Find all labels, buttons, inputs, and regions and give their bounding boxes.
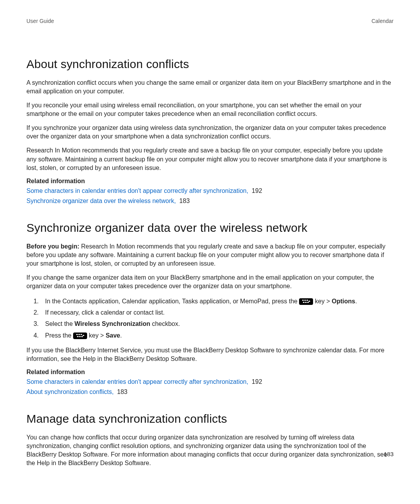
sync-step-3a: Select the: [45, 320, 75, 327]
about-p2: If you reconcile your email using wirele…: [26, 101, 394, 118]
sync-step-4c: Save: [106, 332, 120, 339]
sync-related-page-2: 183: [116, 388, 128, 395]
svg-point-5: [307, 302, 309, 303]
svg-point-6: [309, 301, 310, 302]
sync-related-link-1[interactable]: Some characters in calendar entries don'…: [26, 378, 248, 385]
svg-point-4: [306, 299, 308, 301]
sync-after: If you use the BlackBerry Internet Servi…: [26, 346, 394, 363]
about-p1: A synchronization conflict occurs when y…: [26, 79, 394, 96]
sync-step-4a: Press the: [45, 332, 73, 339]
about-p3: If you synchronize your organizer data u…: [26, 124, 394, 141]
sync-related-heading: Related information: [26, 369, 394, 376]
sync-related-page-1: 192: [250, 378, 262, 385]
sync-steps: In the Contacts application, Calendar ap…: [26, 296, 394, 341]
section-title-manage: Manage data synchronization conflicts: [26, 412, 394, 425]
svg-point-0: [302, 299, 304, 301]
svg-point-2: [303, 302, 304, 303]
sync-p2: If you change the same organizer data it…: [26, 273, 394, 290]
sync-step-4: Press the key > Save.: [40, 330, 394, 341]
about-related-2: Synchronize organizer data over the wire…: [26, 196, 394, 206]
sync-before: Before you begin: Research In Motion rec…: [26, 242, 394, 268]
about-related-link-1[interactable]: Some characters in calendar entries don'…: [26, 187, 248, 194]
sync-step-3c: checkbox.: [150, 320, 180, 327]
sync-step-1a: In the Contacts application, Calendar ap…: [45, 298, 299, 304]
about-related-heading: Related information: [26, 178, 394, 185]
svg-point-13: [82, 335, 84, 336]
svg-point-12: [81, 336, 83, 337]
blackberry-key-icon: [73, 332, 87, 339]
sync-related-2: About synchronization conflicts, 183: [26, 387, 394, 397]
sync-related-1: Some characters in calendar entries don'…: [26, 377, 394, 387]
manage-p1: You can change how conflicts that occur …: [26, 433, 394, 467]
sync-step-1b: key >: [315, 298, 332, 304]
about-related-1: Some characters in calendar entries don'…: [26, 186, 394, 196]
svg-point-7: [76, 334, 78, 335]
page-number: 183: [384, 451, 394, 457]
svg-point-11: [80, 334, 82, 335]
section-title-sync: Synchronize organizer data over the wire…: [26, 221, 394, 234]
sync-step-1d: .: [355, 298, 357, 304]
header-left: User Guide: [26, 18, 54, 24]
sync-step-4b: key >: [89, 332, 105, 339]
sync-step-1c: Options: [332, 298, 355, 304]
about-related-page-1: 192: [250, 187, 262, 194]
about-related-link-2[interactable]: Synchronize organizer data over the wire…: [26, 198, 176, 204]
sync-related-link-2[interactable]: About synchronization conflicts,: [26, 388, 114, 395]
blackberry-key-icon: [299, 298, 313, 305]
svg-point-10: [79, 336, 80, 337]
sync-before-label: Before you begin:: [26, 243, 81, 250]
header-right: Calendar: [371, 18, 394, 24]
svg-point-8: [78, 334, 80, 335]
header: User Guide Calendar: [26, 18, 394, 24]
sync-step-3b: Wireless Synchronization: [75, 320, 150, 327]
about-related-page-2: 183: [178, 198, 190, 204]
about-p4: Research In Motion recommends that you r…: [26, 146, 394, 172]
sync-step-4d: .: [120, 332, 122, 339]
section-title-about: About synchronization conflicts: [26, 58, 394, 71]
sync-step-3: Select the Wireless Synchronization chec…: [40, 318, 394, 329]
svg-point-3: [305, 302, 307, 303]
sync-step-1: In the Contacts application, Calendar ap…: [40, 296, 394, 306]
svg-point-1: [304, 299, 306, 301]
sync-step-2: If necessary, click a calendar or contac…: [40, 307, 394, 318]
svg-point-9: [77, 336, 79, 337]
page: User Guide Calendar About synchronizatio…: [0, 0, 420, 504]
